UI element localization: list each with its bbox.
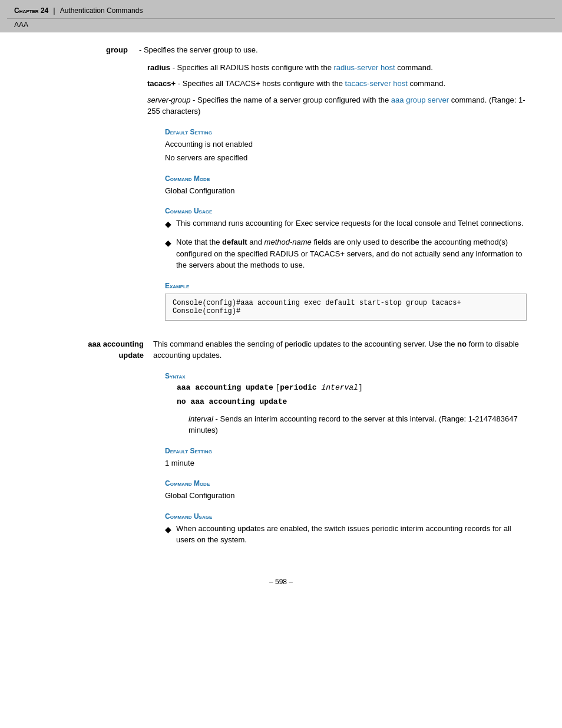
update-command-mode-section: Command Mode Global Configuration	[35, 479, 527, 502]
syntax-line-1: aaa accounting update [periodic interval…	[177, 383, 527, 392]
default-line-2: No servers are specified	[165, 152, 527, 164]
update-cmd-mode-heading: Command Mode	[165, 479, 527, 487]
radius-server-host-link[interactable]: radius-server host	[333, 63, 395, 72]
default-setting-section: Default Setting Accounting is not enable…	[35, 128, 527, 164]
command-usage-section: Command Usage ◆ This command runs accoun…	[35, 207, 527, 271]
radius-desc-after: command.	[397, 63, 433, 72]
bullet-diamond-1: ◆	[165, 218, 171, 230]
main-content: group - Specifies the server group to us…	[0, 32, 562, 566]
interval-param-desc: - Sends an interim accounting record to …	[189, 414, 518, 435]
header-bar: Chapter 24 | Authentication Commands	[7, 2, 555, 19]
update-bullet-item-1: ◆ When accounting updates are enabled, t…	[165, 523, 527, 546]
tacacs-desc: - Specifies all TACACS+ hosts configure …	[178, 79, 345, 88]
command-usage-list: ◆ This command runs accounting for Exec …	[165, 218, 527, 271]
server-group-sub-item: server-group - Specifies the name of a s…	[147, 94, 527, 117]
chapter-label: Chapter 24	[14, 6, 48, 15]
group-param-line: group - Specifies the server group to us…	[106, 44, 527, 56]
example-section: Example Console(config)#aaa accounting e…	[35, 282, 527, 321]
group-param-section: group - Specifies the server group to us…	[35, 44, 527, 117]
example-code-box: Console(config)#aaa accounting exec defa…	[165, 294, 527, 321]
group-param-desc: - Specifies the server group to use.	[139, 44, 258, 56]
radius-label: radius	[147, 63, 170, 72]
default-setting-heading: Default Setting	[165, 128, 527, 136]
update-default-value: 1 minute	[165, 457, 527, 469]
example-code-line-2: Console(config)#	[173, 307, 519, 315]
command-mode-value: Global Configuration	[165, 185, 527, 197]
tacacs-desc-after: command.	[409, 79, 445, 88]
command-main-name: aaa accounting	[35, 338, 144, 350]
aaa-group-server-link[interactable]: aaa group server	[391, 95, 449, 104]
update-bullet-list: ◆ When accounting updates are enabled, t…	[165, 523, 527, 546]
example-code-line-1: Console(config)#aaa accounting exec defa…	[173, 299, 519, 307]
bullet-text-1: This command runs accounting for Exec se…	[176, 218, 523, 229]
tacacs-label: tacacs+	[147, 79, 176, 88]
header-title: Authentication Commands	[60, 6, 143, 15]
update-bullet-diamond-1: ◆	[165, 523, 171, 536]
command-sub-name: update	[35, 350, 144, 361]
interval-param-name: interval	[189, 414, 213, 423]
bullet-text-2: Note that the default and method-name fi…	[176, 236, 527, 271]
bullet-item-2: ◆ Note that the default and method-name …	[165, 236, 527, 271]
command-mode-section: Command Mode Global Configuration	[35, 174, 527, 197]
update-cmd-mode-value: Global Configuration	[165, 490, 527, 502]
syntax-no-form: no aaa accounting update	[177, 397, 527, 406]
page-number: – 598 –	[269, 578, 293, 586]
update-command-usage-section: Command Usage ◆ When accounting updates …	[35, 512, 527, 546]
tacacs-sub-item: tacacs+ - Specifies all TACACS+ hosts co…	[147, 78, 527, 90]
update-cmd-usage-heading: Command Usage	[165, 512, 527, 521]
update-default-heading: Default Setting	[165, 447, 527, 455]
page-header: Chapter 24 | Authentication Commands AAA	[0, 0, 562, 32]
radius-sub-item: radius - Specifies all RADIUS hosts conf…	[147, 62, 527, 74]
interval-param-block: interval - Sends an interim accounting r…	[189, 413, 527, 436]
radius-desc: - Specifies all RADIUS hosts configure w…	[173, 63, 334, 72]
bullet-item-1: ◆ This command runs accounting for Exec …	[165, 218, 527, 230]
syntax-section: Syntax aaa accounting update [periodic i…	[35, 372, 527, 436]
page-footer: – 598 –	[0, 566, 562, 592]
update-cmd-usage-list: ◆ When accounting updates are enabled, t…	[165, 523, 527, 546]
no-form-text: no aaa accounting update	[177, 397, 287, 406]
example-box-wrapper: Console(config)#aaa accounting exec defa…	[165, 294, 527, 321]
bullet-diamond-2: ◆	[165, 237, 171, 249]
command-mode-heading: Command Mode	[165, 174, 527, 183]
update-default-setting-section: Default Setting 1 minute	[35, 447, 527, 469]
example-heading: Example	[165, 282, 527, 290]
aaa-accounting-update-entry: aaa accounting update This command enabl…	[35, 338, 527, 361]
server-group-label: server-group	[147, 95, 190, 104]
command-usage-heading: Command Usage	[165, 207, 527, 215]
command-desc-block: This command enables the sending of peri…	[153, 338, 527, 361]
default-setting-content: Accounting is not enabled No servers are…	[165, 139, 527, 164]
header-separator: |	[53, 6, 55, 15]
server-group-desc: - Specifies the name of a server group c…	[193, 95, 391, 104]
bullet-list: ◆ This command runs accounting for Exec …	[165, 218, 527, 271]
command-name-block: aaa accounting update	[35, 338, 153, 361]
syntax-heading: Syntax	[165, 372, 527, 380]
group-param-name: group	[106, 44, 135, 56]
update-bullet-text-1: When accounting updates are enabled, the…	[176, 523, 527, 546]
default-line-1: Accounting is not enabled	[165, 139, 527, 150]
tacacs-server-host-link[interactable]: tacacs-server host	[345, 79, 408, 88]
header-sub: AAA	[14, 21, 28, 29]
